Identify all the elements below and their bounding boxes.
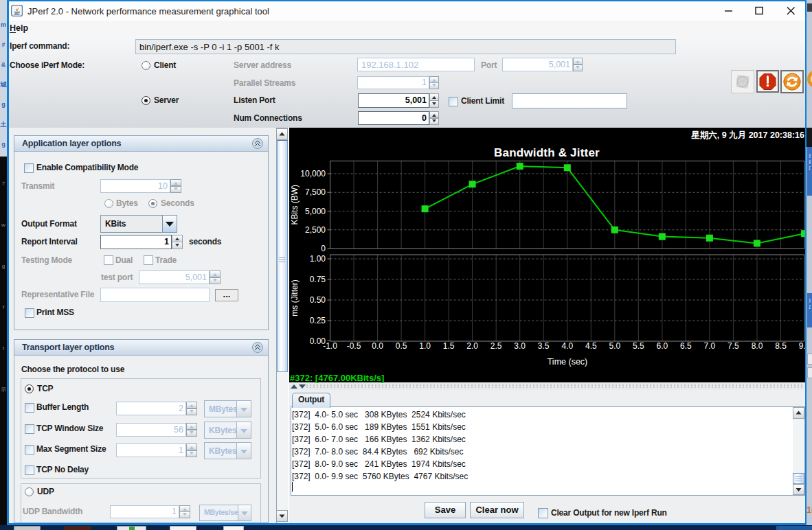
svg-text:4.5: 4.5 — [585, 341, 597, 351]
svg-text:5.5: 5.5 — [633, 341, 644, 351]
svg-text:KBits (BW): KBits (BW) — [290, 185, 300, 225]
svg-text:1.5: 1.5 — [443, 341, 455, 351]
svg-text:7.0: 7.0 — [704, 341, 716, 351]
svg-text:-1.0: -1.0 — [323, 341, 337, 351]
svg-text:9.0: 9.0 — [799, 341, 805, 351]
svg-text:2.0: 2.0 — [466, 341, 478, 351]
svg-text:Time (sec): Time (sec) — [548, 357, 588, 367]
svg-text:1.0: 1.0 — [419, 341, 431, 351]
svg-text:5,000: 5,000 — [305, 207, 326, 216]
svg-text:0.25: 0.25 — [310, 316, 326, 325]
svg-text:Bandwidth & Jitter: Bandwidth & Jitter — [494, 146, 600, 159]
svg-text:10,000: 10,000 — [300, 169, 326, 178]
svg-text:-0.5: -0.5 — [347, 341, 361, 351]
svg-text:0.50: 0.50 — [310, 295, 326, 305]
svg-text:7.5: 7.5 — [728, 341, 739, 351]
svg-text:0.75: 0.75 — [310, 275, 326, 284]
svg-text:3.5: 3.5 — [538, 341, 550, 351]
svg-text:6.5: 6.5 — [680, 341, 692, 351]
svg-text:0.5: 0.5 — [396, 341, 407, 351]
svg-text:4.0: 4.0 — [561, 341, 573, 351]
svg-text:0: 0 — [321, 244, 326, 253]
svg-text:5.0: 5.0 — [609, 341, 620, 351]
svg-text:3.0: 3.0 — [514, 341, 526, 351]
svg-text:6.0: 6.0 — [657, 341, 668, 351]
svg-text:0.0: 0.0 — [372, 341, 383, 351]
svg-text:1.00: 1.00 — [310, 254, 326, 264]
svg-text:8.0: 8.0 — [752, 341, 763, 351]
svg-text:ms (Jitter): ms (Jitter) — [290, 279, 300, 316]
svg-text:8.5: 8.5 — [775, 341, 787, 351]
svg-text:2,500: 2,500 — [305, 225, 326, 235]
svg-text:2.5: 2.5 — [490, 341, 502, 351]
svg-text:7,500: 7,500 — [305, 187, 326, 197]
